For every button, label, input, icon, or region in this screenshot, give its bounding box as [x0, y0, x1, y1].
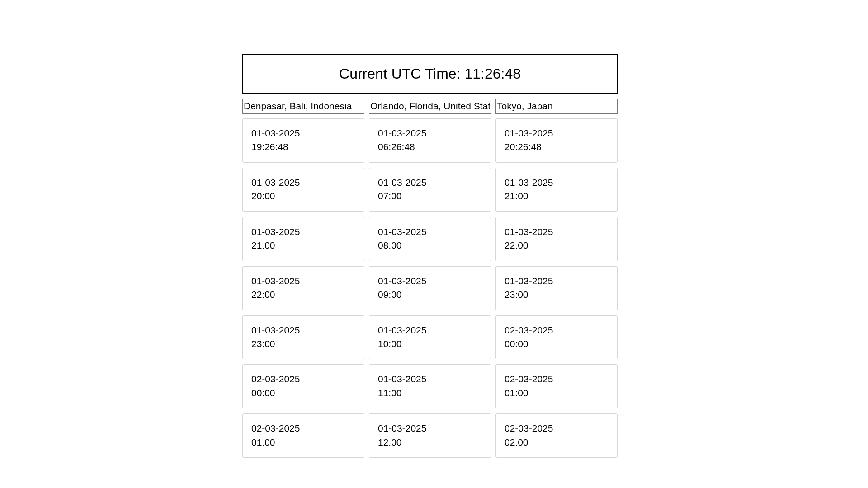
time-cell-time: 20:00: [251, 189, 355, 203]
time-cell: 02-03-2025 00:00: [242, 364, 364, 408]
time-cell-date: 01-03-2025: [378, 274, 482, 288]
timezone-column-2: 01-03-2025 20:26:48 01-03-2025 21:00 01-…: [495, 99, 618, 463]
time-cell-time: 22:00: [251, 288, 355, 301]
timezone-input-0[interactable]: [242, 99, 364, 114]
time-cell: 01-03-2025 20:00: [242, 168, 364, 212]
timezone-columns: 01-03-2025 19:26:48 01-03-2025 20:00 01-…: [242, 99, 618, 463]
time-cell-time: 07:00: [378, 189, 482, 203]
time-cell: 02-03-2025 01:00: [495, 364, 618, 408]
time-cell-date: 01-03-2025: [251, 176, 355, 189]
timezone-column-0: 01-03-2025 19:26:48 01-03-2025 20:00 01-…: [242, 99, 364, 463]
time-cell-date: 01-03-2025: [505, 274, 609, 288]
time-cell: 01-03-2025 22:00: [495, 217, 618, 261]
time-cell-date: 01-03-2025: [378, 324, 482, 337]
time-cell-time: 12:00: [378, 436, 482, 449]
time-cell-time: 11:00: [378, 386, 482, 400]
time-cell-date: 02-03-2025: [251, 422, 355, 435]
time-cell-date: 02-03-2025: [505, 324, 609, 337]
top-loading-indicator: [367, 0, 503, 0]
time-cell-time: 09:00: [378, 288, 482, 301]
time-cell-date: 01-03-2025: [251, 324, 355, 337]
time-cell-date: 01-03-2025: [251, 225, 355, 239]
time-cell: 01-03-2025 23:00: [242, 315, 364, 360]
time-cell-time: 01:00: [505, 386, 609, 400]
timezone-input-1[interactable]: [369, 99, 491, 114]
time-cell-date: 01-03-2025: [505, 225, 609, 239]
time-cell: 01-03-2025 07:00: [369, 168, 491, 212]
utc-time-prefix: Current UTC Time:: [339, 66, 464, 82]
time-cell-time: 21:00: [505, 189, 609, 203]
time-cell-date: 01-03-2025: [505, 127, 609, 140]
main-container: Current UTC Time: 11:26:48 01-03-2025 19…: [242, 54, 618, 463]
time-cell-date: 01-03-2025: [378, 422, 482, 435]
time-cell-date: 02-03-2025: [251, 372, 355, 386]
time-cell: 01-03-2025 08:00: [369, 217, 491, 261]
time-cell: 01-03-2025 09:00: [369, 266, 491, 310]
utc-time-value: 11:26:48: [464, 66, 521, 82]
time-cell-time: 06:26:48: [378, 140, 482, 154]
time-cell: 01-03-2025 12:00: [369, 413, 491, 458]
time-cell-date: 01-03-2025: [251, 127, 355, 140]
time-cell-time: 00:00: [505, 337, 609, 351]
time-cell-time: 10:00: [378, 337, 482, 351]
time-cell-time: 20:26:48: [505, 140, 609, 154]
time-cell-time: 22:00: [505, 239, 609, 252]
time-cell-date: 01-03-2025: [378, 176, 482, 189]
time-cell-time: 19:26:48: [251, 140, 355, 154]
time-cell: 01-03-2025 10:00: [369, 315, 491, 360]
time-cell-time: 08:00: [378, 239, 482, 252]
time-cell-date: 01-03-2025: [378, 127, 482, 140]
time-cell: 01-03-2025 20:26:48: [495, 118, 618, 163]
time-cell: 01-03-2025 06:26:48: [369, 118, 491, 163]
time-cell-time: 01:00: [251, 436, 355, 449]
time-cell: 02-03-2025 01:00: [242, 413, 364, 458]
timezone-input-2[interactable]: [495, 99, 618, 114]
time-cell: 02-03-2025 02:00: [495, 413, 618, 458]
time-cell-date: 01-03-2025: [378, 225, 482, 239]
time-cell-time: 00:00: [251, 386, 355, 400]
time-cell-time: 23:00: [505, 288, 609, 301]
time-cell-time: 02:00: [505, 436, 609, 449]
timezone-column-1: 01-03-2025 06:26:48 01-03-2025 07:00 01-…: [369, 99, 491, 463]
time-cell: 01-03-2025 23:00: [495, 266, 618, 310]
time-cell-date: 01-03-2025: [505, 176, 609, 189]
time-cell: 01-03-2025 11:00: [369, 364, 491, 408]
time-cell: 01-03-2025 21:00: [242, 217, 364, 261]
time-cell: 01-03-2025 22:00: [242, 266, 364, 310]
time-cell: 01-03-2025 21:00: [495, 168, 618, 212]
time-cell-date: 01-03-2025: [378, 372, 482, 386]
utc-time-header: Current UTC Time: 11:26:48: [242, 54, 618, 94]
time-cell-date: 02-03-2025: [505, 372, 609, 386]
time-cell-date: 01-03-2025: [251, 274, 355, 288]
time-cell-time: 21:00: [251, 239, 355, 252]
time-cell-time: 23:00: [251, 337, 355, 351]
time-cell: 01-03-2025 19:26:48: [242, 118, 364, 163]
time-cell-date: 02-03-2025: [505, 422, 609, 435]
time-cell: 02-03-2025 00:00: [495, 315, 618, 360]
